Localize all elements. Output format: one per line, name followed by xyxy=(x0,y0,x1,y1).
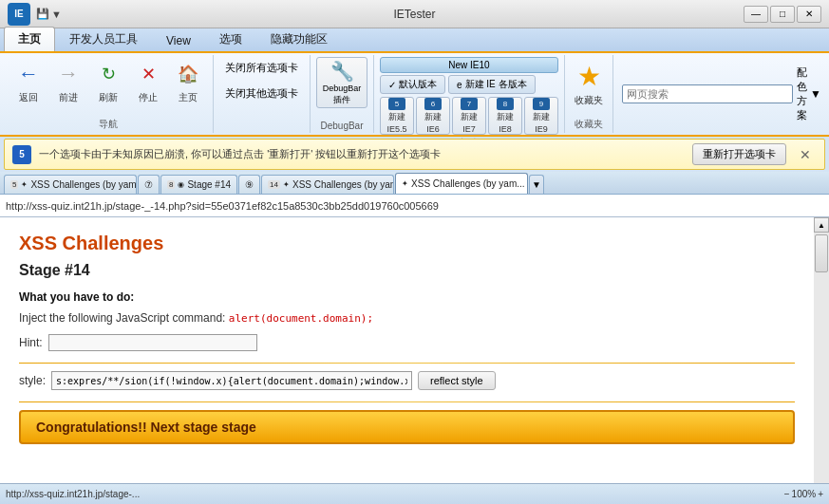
address-bar: http://xss-quiz.int21h.jp/stage-_-14.php… xyxy=(0,195,829,217)
scroll-up-button[interactable]: ▲ xyxy=(814,217,829,233)
hint-input[interactable] xyxy=(48,334,257,351)
tab-favicon-5: ✦ xyxy=(283,180,290,189)
new-ie55-button[interactable]: 5 新建 IE5.5 xyxy=(380,97,414,135)
new-ie-section: New IE10 ✓ 默认版本 e 新建 IE 各版本 5 新建 I xyxy=(380,57,558,135)
browser-tab-5[interactable]: 14 ✦ XSS Challenges (by yamagat... xyxy=(261,175,394,194)
task-section: What you have to do: xyxy=(19,290,795,304)
nav-buttons: ← 返回 → 前进 ↻ 刷新 ✕ 停止 🏠 主页 xyxy=(9,57,207,116)
app-icon: IE xyxy=(8,3,30,26)
ribbon-area: ← 返回 → 前进 ↻ 刷新 ✕ 停止 🏠 主页 xyxy=(0,53,829,137)
ie-icon: e xyxy=(457,80,462,90)
back-button[interactable]: ← 返回 xyxy=(9,57,47,106)
content-wrapper: XSS Challenges Stage #14 What you have t… xyxy=(0,217,829,483)
ie-version-buttons: 5 新建 IE5.5 6 新建 IE6 7 新建 IE7 xyxy=(380,97,558,135)
minimize-button[interactable]: — xyxy=(744,6,768,23)
divider-2 xyxy=(19,401,795,402)
save-icon[interactable]: 💾 xyxy=(36,8,49,20)
fav-group-label: 收藏夹 xyxy=(575,116,603,131)
task-label: What you have to do: xyxy=(19,290,134,304)
content-area: XSS Challenges Stage #14 What you have t… xyxy=(0,217,814,483)
debugbar-icon: 🔧 xyxy=(330,60,354,83)
tab-options[interactable]: 选项 xyxy=(205,27,256,51)
window-title: IETester xyxy=(393,8,435,21)
zoom-minus-button[interactable]: − xyxy=(784,489,790,499)
style-label: style: xyxy=(19,374,46,387)
status-bar: http://xss-quiz.int21h.jp/stage-... − 10… xyxy=(0,483,829,504)
browser-tab-1[interactable]: 5 ✦ XSS Challenges (by yamagat... xyxy=(4,175,137,194)
stop-button[interactable]: ✕ 停止 xyxy=(129,57,167,106)
title-bar-left: IE 💾 ▼ xyxy=(8,3,62,26)
check-icon: ✓ xyxy=(388,80,396,90)
star-icon: ★ xyxy=(577,61,601,92)
config-area: 配色方案 ▼ xyxy=(797,65,821,122)
forward-icon: → xyxy=(58,62,79,86)
new-tab-button[interactable]: ▼ xyxy=(529,175,544,194)
ribbon-search: 配色方案 ▼ xyxy=(618,55,825,133)
tab-label-3: Stage #14 xyxy=(187,179,231,190)
style-input[interactable] xyxy=(51,371,412,390)
tab-label-1: XSS Challenges (by yamagat... xyxy=(30,179,137,190)
close-tabs-group: 关闭所有选项卡 关闭其他选项卡 xyxy=(214,55,311,133)
reopen-tab-button[interactable]: 重新打开选项卡 xyxy=(692,143,786,165)
hint-label: Hint: xyxy=(19,336,43,349)
favorites-button[interactable]: ★ 收藏夹 xyxy=(571,57,607,111)
refresh-button[interactable]: ↻ 刷新 xyxy=(89,57,127,106)
browser-tab-2[interactable]: ⑦ xyxy=(138,175,160,194)
tab-view[interactable]: View xyxy=(152,29,205,51)
all-versions-button[interactable]: e 新建 IE 各版本 xyxy=(448,75,536,94)
tab-label-2: ⑦ xyxy=(144,179,153,190)
zoom-level: 100% xyxy=(792,489,817,499)
warning-text: 一个选项卡由于未知原因已崩溃, 你可以通过点击 '重新打开' 按钮以重新打开这个… xyxy=(39,147,685,161)
hint-row: Hint: xyxy=(19,334,795,351)
close-other-tabs-button[interactable]: 关闭其他选项卡 xyxy=(219,83,304,104)
close-all-tabs-button[interactable]: 关闭所有选项卡 xyxy=(219,57,304,79)
new-ie6-button[interactable]: 6 新建 IE6 xyxy=(416,97,450,135)
default-version-button[interactable]: ✓ 默认版本 xyxy=(380,75,445,94)
debugbar-label: DebugBar xyxy=(320,119,363,131)
new-ie7-button[interactable]: 7 新建 IE7 xyxy=(452,97,486,135)
home-button[interactable]: 🏠 主页 xyxy=(169,57,207,106)
warning-close-button[interactable]: ✕ xyxy=(794,145,817,164)
warning-icon: 5 xyxy=(12,145,31,164)
congrats-bar: Congratulations!! Next stage stage xyxy=(19,410,795,444)
tab-favicon-6: ✦ xyxy=(402,179,408,188)
title-bar: IE 💾 ▼ IETester — □ ✕ xyxy=(0,0,829,28)
browser-tab-3[interactable]: 8 ◉ Stage #14 xyxy=(160,175,237,194)
browser-tab-6[interactable]: ✦ XSS Challenges (by yam... ✕ xyxy=(395,173,528,194)
stop-icon: ✕ xyxy=(141,64,156,84)
tab-label-5: XSS Challenges (by yamagat... xyxy=(292,179,394,190)
tab-hide-ribbon[interactable]: 隐藏功能区 xyxy=(256,27,342,51)
dropdown-arrow[interactable]: ▼ xyxy=(51,9,62,20)
maximize-button[interactable]: □ xyxy=(770,6,795,23)
zoom-control: − 100% + xyxy=(784,489,823,499)
config-arrow[interactable]: ▼ xyxy=(810,87,821,101)
divider-1 xyxy=(19,363,795,364)
forward-button[interactable]: → 前进 xyxy=(49,57,87,106)
close-btns: 关闭所有选项卡 关闭其他选项卡 xyxy=(219,57,304,131)
search-input[interactable] xyxy=(622,84,793,103)
new-ie9-button[interactable]: 9 新建 IE9 xyxy=(524,97,558,135)
stage-title: Stage #14 xyxy=(19,262,795,279)
address-url[interactable]: http://xss-quiz.int21h.jp/stage-_-14.php… xyxy=(6,200,823,212)
reflect-style-button[interactable]: reflect style xyxy=(418,371,496,390)
new-ie10-label: New IE10 xyxy=(380,57,558,73)
window-controls: — □ ✕ xyxy=(744,6,821,23)
quick-access: 💾 ▼ xyxy=(36,8,62,20)
browser-tabs: 5 ✦ XSS Challenges (by yamagat... ⑦ 8 ◉ … xyxy=(0,172,829,195)
tab-devtools[interactable]: 开发人员工具 xyxy=(55,27,152,51)
new-ie8-button[interactable]: 8 新建 IE8 xyxy=(488,97,522,135)
refresh-icon: ↻ xyxy=(102,64,116,84)
scroll-thumb[interactable] xyxy=(815,234,828,272)
tab-favicon-1: ✦ xyxy=(21,180,28,189)
close-button[interactable]: ✕ xyxy=(797,6,821,23)
browser-tab-4[interactable]: ⑨ xyxy=(238,175,260,194)
page-content: XSS Challenges Stage #14 What you have t… xyxy=(0,217,814,483)
new-ie10-btns: ✓ 默认版本 e 新建 IE 各版本 xyxy=(380,75,558,94)
new-ie-group: New IE10 ✓ 默认版本 e 新建 IE 各版本 5 新建 I xyxy=(374,55,565,133)
debugbar-button[interactable]: 🔧 DebugBar 插件 xyxy=(316,57,367,108)
style-row: style: reflect style xyxy=(19,371,795,390)
task-text: Inject the following JavaScript command: xyxy=(19,311,225,325)
tab-favicon-3: ◉ xyxy=(178,180,184,189)
tab-home[interactable]: 主页 xyxy=(4,27,55,51)
zoom-plus-button[interactable]: + xyxy=(818,489,823,499)
